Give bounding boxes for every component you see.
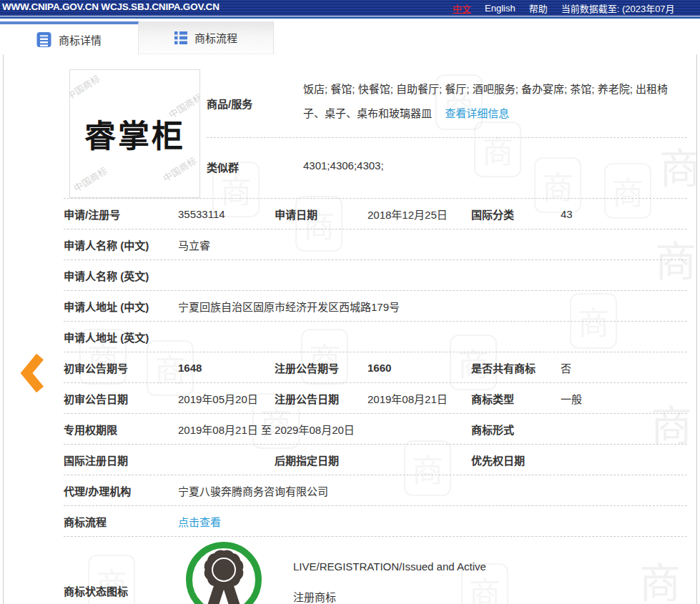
trademark-text: 睿掌柜 — [84, 111, 185, 157]
goods-services-label: 商品/服务 — [207, 69, 303, 137]
goods-services-row: 商品/服务 饭店; 餐馆; 快餐馆; 自助餐厅; 餐厅; 酒吧服务; 备办宴席;… — [207, 69, 687, 138]
image-watermark: 中国商标 — [160, 154, 199, 185]
topbar-links: 中文 English 帮助 当前数据截至: (2023年07月 — [453, 0, 675, 16]
tab-label: 商标详情 — [59, 32, 102, 47]
image-watermark: 中国商标 — [71, 164, 109, 195]
help-link[interactable]: 帮助 — [529, 1, 548, 15]
later-designation-date-label: 后期指定日期 — [275, 452, 368, 467]
lang-chinese-link[interactable]: 中文 — [453, 1, 471, 15]
view-details-link[interactable]: 查看详细信息 — [445, 107, 509, 119]
shared-mark-label: 是否共有商标 — [471, 360, 561, 375]
address-cn-label: 申请人地址 (中文) — [64, 299, 178, 314]
table-row: 初审公告日期 2019年05月20日 注册公告日期 2019年08月21日 商标… — [64, 383, 687, 414]
mark-type-label: 商标类型 — [471, 391, 561, 406]
click-to-view-link[interactable]: 点击查看 — [178, 516, 221, 528]
table-row: 商标流程 点击查看 — [64, 506, 687, 537]
first-gazette-date-label: 初审公告日期 — [64, 391, 178, 406]
reg-no-value: 35533114 — [178, 208, 275, 220]
trademark-image: 中国商标 中国商标 睿掌柜 中国商标 中国商标 — [69, 69, 200, 198]
top-section: 中国商标 中国商标 睿掌柜 中国商标 中国商标 商品/服务 饭店; 餐馆; 快餐… — [64, 54, 687, 199]
apply-date-label: 申请日期 — [275, 207, 368, 222]
reg-gazette-date-value: 2019年08月21日 — [368, 391, 471, 406]
shared-mark-value: 否 — [561, 360, 687, 375]
tabbar: 商标详情 商标流程 — [0, 19, 700, 54]
goods-services-value: 饭店; 餐馆; 快餐馆; 自助餐厅; 餐厅; 酒吧服务; 备办宴席; 茶馆; 养… — [303, 69, 687, 137]
image-watermark: 中国商标 — [69, 71, 102, 103]
trademark-detail-table: 中国商标 中国商标 睿掌柜 中国商标 中国商标 商品/服务 饭店; 餐馆; 快餐… — [64, 54, 687, 604]
status-row: 商标状态图标 LIVE/REGISTRATION/Issued and Acti… — [64, 537, 687, 604]
table-row: 专用权期限 2019年08月21日 至 2029年08月20日 商标形式 — [64, 414, 687, 445]
reg-gazette-no-value: 1660 — [368, 362, 471, 374]
similar-group-label: 类似群 — [207, 159, 303, 198]
content-area: 商 商 商 商 商 商 商 商 商 商 商 商 商 商 商 商 商 商 商 中国… — [3, 54, 697, 604]
process-value: 点击查看 — [178, 514, 687, 529]
status-line-en: LIVE/REGISTRATION/Issued and Active — [293, 560, 486, 573]
exclusive-period-value: 2019年08月21日 至 2029年08月20日 — [178, 422, 471, 437]
status-icon-label: 商标状态图标 — [64, 583, 178, 604]
reg-gazette-no-label: 注册公告期号 — [275, 360, 368, 375]
mark-type-value: 一般 — [561, 391, 687, 406]
table-row: 申请人名称 (英文) — [64, 260, 687, 291]
first-gazette-date-value: 2019年05月20日 — [178, 391, 275, 406]
site-url: WWW.CNIPA.GOV.CN WCJS.SBJ.CNIPA.GOV.CN — [2, 1, 220, 12]
table-row: 初审公告期号 1648 注册公告期号 1660 是否共有商标 否 — [64, 352, 687, 383]
first-gazette-no-value: 1648 — [178, 362, 275, 374]
applicant-en-label: 申请人名称 (英文) — [64, 268, 178, 283]
reg-gazette-date-label: 注册公告日期 — [275, 391, 368, 406]
tab-label: 商标流程 — [194, 30, 237, 45]
data-cutoff-text: 当前数据截至: (2023年07月 — [561, 1, 675, 15]
intl-class-value: 43 — [561, 208, 687, 220]
table-row: 代理/办理机构 宁夏八骏奔腾商务咨询有限公司 — [64, 475, 687, 506]
status-texts: LIVE/REGISTRATION/Issued and Active 注册商标 — [293, 560, 486, 604]
similar-group-value: 4301;4306;4303; — [303, 159, 687, 198]
intl-reg-date-label: 国际注册日期 — [64, 452, 178, 467]
priority-date-label: 优先权日期 — [471, 452, 561, 467]
table-row: 申请/注册号 35533114 申请日期 2018年12月25日 国际分类 43 — [64, 199, 687, 229]
reg-no-label: 申请/注册号 — [64, 207, 178, 222]
chevron-left-icon[interactable] — [21, 353, 45, 393]
first-gazette-no-label: 初审公告期号 — [64, 360, 178, 375]
topbar: WWW.CNIPA.GOV.CN WCJS.SBJ.CNIPA.GOV.CN 中… — [0, 0, 700, 16]
table-row: 申请人名称 (中文) 马立睿 — [64, 229, 687, 260]
applicant-cn-label: 申请人名称 (中文) — [64, 237, 178, 252]
process-label: 商标流程 — [64, 514, 178, 529]
status-line-zh: 注册商标 — [293, 589, 486, 604]
intl-class-label: 国际分类 — [471, 207, 561, 222]
agency-label: 代理/办理机构 — [64, 483, 178, 498]
address-cn-value: 宁夏回族自治区固原市经济开发区西城路179号 — [178, 299, 687, 314]
tab-trademark-process[interactable]: 商标流程 — [139, 21, 274, 54]
agency-value: 宁夏八骏奔腾商务咨询有限公司 — [178, 483, 687, 498]
award-ribbon-icon — [186, 542, 262, 604]
lang-english-link[interactable]: English — [485, 3, 516, 14]
document-icon — [36, 31, 51, 48]
applicant-cn-value: 马立睿 — [178, 237, 687, 252]
top-fields: 商品/服务 饭店; 餐馆; 快餐馆; 自助餐厅; 餐厅; 酒吧服务; 备办宴席;… — [207, 69, 687, 198]
address-en-label: 申请人地址 (英文) — [64, 330, 178, 345]
mark-form-label: 商标形式 — [471, 422, 561, 437]
table-row: 国际注册日期 后期指定日期 优先权日期 — [64, 445, 687, 475]
similar-group-row: 类似群 4301;4306;4303; — [207, 138, 687, 198]
list-icon — [174, 31, 187, 44]
table-row: 申请人地址 (英文) — [64, 322, 687, 352]
table-row: 申请人地址 (中文) 宁夏回族自治区固原市经济开发区西城路179号 — [64, 291, 687, 322]
tab-trademark-details[interactable]: 商标详情 — [0, 21, 139, 54]
exclusive-period-label: 专用权期限 — [64, 422, 178, 437]
apply-date-value: 2018年12月25日 — [368, 207, 471, 222]
